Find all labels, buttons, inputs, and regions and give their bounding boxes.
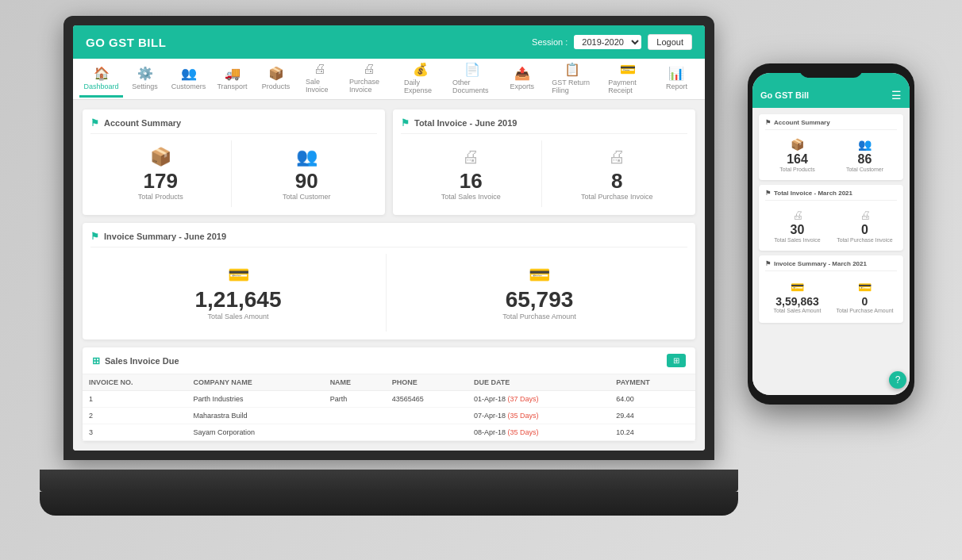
invoice-summary-header: ⚑ Invoice Summary - June 2019 bbox=[90, 231, 687, 247]
mobile-products-stat: 📦 164 Total Products bbox=[765, 135, 829, 175]
total-invoice-title: Total Invoice - June 2019 bbox=[414, 118, 517, 128]
nav-report-label: Report bbox=[666, 82, 687, 90]
laptop-foot bbox=[40, 492, 738, 516]
sales-due-card: ⊞ Sales Invoice Due ⊞ INVOICE NO. COMPAN… bbox=[83, 347, 695, 441]
nav-purchase-invoice[interactable]: 🖨 Purchase Invoice bbox=[341, 57, 396, 101]
mobile-products-count: 164 bbox=[787, 152, 808, 167]
mobile-invoice-flag: ⚑ bbox=[765, 190, 771, 197]
mobile-summary-title: Invoice Summary - March 2021 bbox=[774, 260, 867, 267]
cell-name bbox=[324, 424, 386, 441]
purchase-amount-icon: 💳 bbox=[529, 265, 550, 286]
export-button[interactable]: ⊞ bbox=[667, 354, 686, 367]
other-docs-icon: 📄 bbox=[464, 62, 480, 77]
cell-phone bbox=[386, 424, 468, 441]
col-name: NAME bbox=[324, 374, 386, 391]
cell-phone: 43565465 bbox=[386, 391, 468, 408]
report-icon: 📊 bbox=[668, 66, 684, 81]
products-label: Total Products bbox=[138, 193, 183, 201]
mobile-purchase-count: 0 bbox=[861, 223, 868, 237]
total-sales-amount: 1,21,645 bbox=[195, 289, 282, 311]
customers-stat-icon: 👥 bbox=[296, 147, 317, 167]
nav-payment-label: Payment Receipt bbox=[608, 79, 647, 94]
col-due-date: DUE DATE bbox=[468, 374, 610, 391]
mobile-invoice-title: Total Invoice - March 2021 bbox=[774, 190, 852, 197]
nav-other-docs[interactable]: 📄 Other Documents bbox=[444, 57, 500, 102]
mobile-account-flag: ⚑ bbox=[765, 119, 771, 126]
dashboard-icon: 🏠 bbox=[94, 66, 110, 81]
settings-icon: ⚙️ bbox=[137, 66, 153, 81]
sales-due-label: Sales Invoice Due bbox=[105, 356, 179, 366]
col-payment: PAYMENT bbox=[610, 374, 695, 391]
nav-settings-label: Settings bbox=[132, 82, 158, 90]
mobile-sales-label: Total Sales Invoice bbox=[774, 237, 820, 243]
mobile-sales-amount: 3,59,863 bbox=[775, 295, 819, 308]
customers-icon: 👥 bbox=[181, 66, 197, 81]
cell-phone bbox=[386, 408, 468, 424]
session-select[interactable]: 2019-2020 bbox=[574, 35, 641, 49]
app-header: GO GST BILL Session : 2019-2020 Logout bbox=[73, 25, 705, 59]
overdue-badge: (35 Days) bbox=[507, 428, 538, 436]
fab-button[interactable]: ? bbox=[889, 371, 906, 389]
mobile-purchase-amount-icon: 💳 bbox=[858, 281, 872, 293]
exports-icon: 📤 bbox=[514, 66, 530, 81]
nav-payment[interactable]: 💳 Payment Receipt bbox=[600, 57, 655, 102]
mobile-customers-label: Total Customer bbox=[846, 167, 883, 172]
laptop-body: GO GST BILL Session : 2019-2020 Logout bbox=[63, 16, 714, 460]
sales-invoice-count: 16 bbox=[460, 171, 483, 191]
col-phone: PHONE bbox=[386, 374, 468, 391]
nav-dashboard[interactable]: 🏠 Dashboard bbox=[79, 61, 123, 98]
sales-due-header: ⊞ Sales Invoice Due ⊞ bbox=[83, 347, 695, 374]
mobile-content: ⚑ Account Summary 📦 164 Total Products 👥… bbox=[752, 108, 910, 395]
scene: GO GST BILL Session : 2019-2020 Logout bbox=[0, 0, 962, 560]
cell-name bbox=[324, 408, 386, 424]
cell-payment: 10.24 bbox=[610, 424, 695, 441]
nav-daily-expense[interactable]: 💰 Daily Expense bbox=[396, 57, 444, 102]
mobile-products-icon: 📦 bbox=[791, 138, 804, 151]
mobile-purchase-amount-stat: 💳 0 Total Purchase Amount bbox=[833, 276, 897, 318]
mobile-total-invoice-card: ⚑ Total Invoice - March 2021 🖨 30 Total … bbox=[759, 185, 903, 251]
purchase-invoice-label: Total Purchase Invoice bbox=[581, 193, 653, 201]
table-row: 3 Sayam Corporation 08-Apr-18 (35 Days) … bbox=[83, 424, 695, 441]
account-stats-grid: 📦 179 Total Products 👥 90 Total Customer bbox=[90, 140, 377, 207]
mobile-sales-amount-icon: 💳 bbox=[791, 281, 804, 293]
mobile-summary-flag: ⚑ bbox=[765, 260, 771, 267]
nav-sale-invoice[interactable]: 🖨 Sale Invoice bbox=[298, 57, 341, 101]
col-invoice: INVOICE NO. bbox=[83, 374, 187, 391]
overdue-badge: (37 Days) bbox=[507, 395, 538, 403]
logout-button[interactable]: Logout bbox=[648, 34, 692, 50]
nav-exports[interactable]: 📤 Exports bbox=[500, 61, 544, 98]
mobile-header: Go GST Bill ☰ bbox=[752, 73, 910, 108]
sales-invoice-icon: 🖨 bbox=[462, 147, 479, 167]
invoice-stats-grid: 🖨 16 Total Sales Invoice 🖨 8 Total Purch… bbox=[401, 140, 687, 207]
mobile-device: Go GST Bill ☰ ⚑ Account Summary 📦 164 To… bbox=[748, 63, 914, 405]
overdue-badge: (35 Days) bbox=[507, 412, 538, 420]
nav-settings[interactable]: ⚙️ Settings bbox=[123, 61, 167, 98]
sales-invoice-stat: 🖨 16 Total Sales Invoice bbox=[401, 140, 542, 207]
header-right: Session : 2019-2020 Logout bbox=[532, 34, 692, 50]
hamburger-icon[interactable]: ☰ bbox=[891, 89, 902, 102]
nav-products[interactable]: 📦 Products bbox=[254, 61, 298, 98]
mobile-invoice-stats: 🖨 30 Total Sales Invoice 🖨 0 Total Purch… bbox=[765, 205, 897, 246]
nav-gst-return[interactable]: 📋 GST Return Filing bbox=[544, 57, 600, 102]
mobile-customers-icon: 👥 bbox=[858, 138, 872, 151]
laptop-base bbox=[40, 470, 738, 492]
customers-stat: 👥 90 Total Customer bbox=[237, 140, 378, 207]
laptop: GO GST BILL Session : 2019-2020 Logout bbox=[40, 16, 738, 539]
nav-report[interactable]: 📊 Report bbox=[655, 61, 698, 98]
mobile-account-title: Account Summary bbox=[774, 119, 830, 126]
mobile-sales-stat: 🖨 30 Total Sales Invoice bbox=[765, 205, 829, 246]
nav-transport[interactable]: 🚚 Transport bbox=[210, 61, 254, 98]
mobile-sales-amount-stat: 💳 3,59,863 Total Sales Amount bbox=[765, 276, 829, 318]
account-summary-header: ⚑ Account Summary bbox=[90, 117, 377, 134]
app-title: GO GST BILL bbox=[86, 36, 166, 49]
products-stat: 📦 179 Total Products bbox=[90, 140, 232, 207]
cell-due-date: 08-Apr-18 (35 Days) bbox=[468, 424, 610, 441]
mobile-purchase-icon: 🖨 bbox=[860, 209, 871, 221]
nav-customers[interactable]: 👥 Customers bbox=[167, 61, 210, 98]
account-summary-card: ⚑ Account Summary 📦 179 Total Products bbox=[83, 109, 385, 215]
col-company: COMPANY NAME bbox=[187, 374, 324, 391]
mobile-products-label: Total Products bbox=[779, 167, 814, 172]
nav-other-label: Other Documents bbox=[452, 79, 492, 94]
mobile-screen: Go GST Bill ☰ ⚑ Account Summary 📦 164 To… bbox=[752, 73, 910, 395]
mobile-customers-stat: 👥 86 Total Customer bbox=[833, 135, 897, 175]
